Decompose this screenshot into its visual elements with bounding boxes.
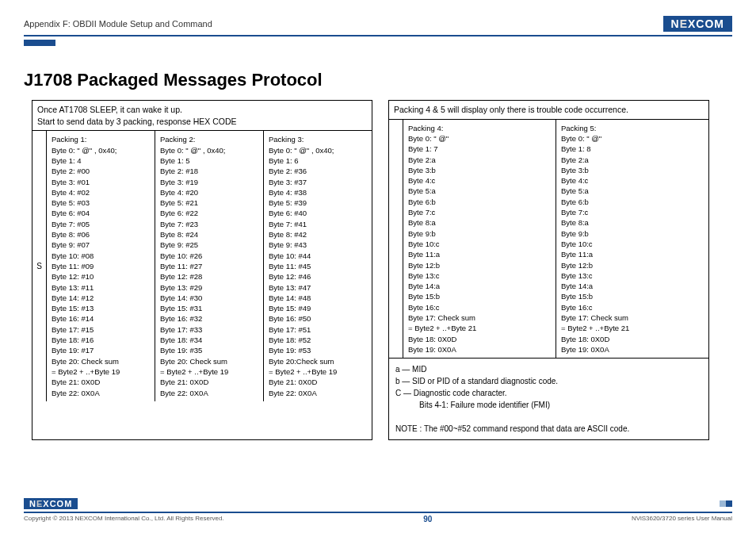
- byte-line: Byte 22: 0X0A: [160, 388, 258, 398]
- byte-line: Byte 13: #11: [52, 282, 150, 293]
- byte-line: Byte 7: #05: [52, 219, 150, 229]
- byte-line: Byte 10:c: [408, 239, 551, 249]
- byte-line: Byte 1: 6: [269, 155, 367, 166]
- byte-line: Byte 2: #18: [160, 166, 258, 176]
- byte-line: Byte 3: #37: [269, 177, 367, 187]
- byte-line: Byte 14: #12: [52, 293, 150, 303]
- packing-column: Packing 1:Byte 0: " @" , 0x40;Byte 1: 4B…: [47, 131, 155, 401]
- byte-line: Byte 3: #01: [52, 177, 150, 187]
- byte-line: Byte 16: #50: [269, 313, 367, 324]
- byte-line: Byte 2: #36: [269, 166, 367, 176]
- byte-line: Byte 8: #24: [160, 229, 258, 240]
- byte-line: Byte 5: #39: [269, 197, 367, 208]
- packing-column: Packing 4:Byte 0: " @"Byte 1: 7Byte 2:aB…: [403, 120, 556, 359]
- byte-line: Byte 17: Check sum: [408, 313, 551, 323]
- byte-line: Byte 11:a: [561, 249, 704, 259]
- byte-line: Byte 10: #26: [160, 251, 258, 261]
- byte-line: Byte 17: #33: [160, 324, 258, 335]
- footer-deco: [720, 500, 732, 508]
- byte-line: Byte 2: #00: [52, 166, 150, 176]
- byte-line: Byte 21: 0X0D: [269, 377, 367, 387]
- side-label-s: S: [32, 131, 47, 401]
- byte-line: Byte 5:a: [408, 186, 551, 196]
- block1-intro: Once AT1708 SLEEP, it can wake it up. St…: [32, 101, 372, 131]
- byte-line: Byte 1: 7: [408, 144, 551, 154]
- byte-line: Byte 2:a: [561, 155, 704, 165]
- byte-line: Byte 3: #19: [160, 177, 258, 187]
- copyright: Copyright © 2013 NEXCOM International Co…: [24, 515, 224, 523]
- byte-line: Byte 12:b: [408, 260, 551, 270]
- byte-line: Byte 0: " @" , 0x40;: [160, 145, 258, 155]
- byte-line: Byte 16:c: [408, 302, 551, 313]
- byte-line: Byte 4:c: [408, 175, 551, 186]
- content-columns: Once AT1708 SLEEP, it can wake it up. St…: [24, 100, 732, 440]
- appendix-title: Appendix F: OBDII Module Setup and Comma…: [24, 19, 212, 29]
- byte-line: Byte 9: #25: [160, 240, 258, 250]
- byte-line: Byte 6: #22: [160, 208, 258, 218]
- byte-line: Byte 18: #34: [160, 335, 258, 345]
- byte-line: Byte 7:c: [408, 207, 551, 217]
- byte-line: Byte 11:a: [408, 249, 551, 259]
- byte-line: Byte 15:b: [561, 291, 704, 301]
- byte-line: Byte 19: 0X0A: [408, 344, 551, 355]
- byte-line: Byte 1: 8: [561, 144, 704, 154]
- byte-line: Byte 16: #14: [52, 313, 150, 324]
- byte-line: Byte 2:a: [408, 155, 551, 165]
- byte-line: Byte 4: #20: [160, 187, 258, 197]
- byte-line: Byte 0: " @" , 0x40;: [52, 145, 150, 155]
- byte-line: Byte 1: 4: [52, 155, 150, 166]
- byte-line: Byte 0: " @" , 0x40;: [269, 145, 367, 155]
- packing-col-title: Packing 5:: [561, 123, 704, 133]
- byte-line: = Byte2 + ..+Byte 19: [52, 366, 150, 377]
- byte-line: Byte 19: #53: [269, 345, 367, 355]
- byte-line: = Byte2 + ..+Byte 21: [561, 323, 704, 333]
- byte-line: Byte 18: 0X0D: [561, 334, 704, 344]
- byte-line: = Byte2 + ..+Byte 21: [408, 323, 551, 333]
- byte-line: Byte 8:a: [408, 217, 551, 228]
- byte-line: Byte 15: #13: [52, 303, 150, 313]
- byte-line: = Byte2 + ..+Byte 19: [160, 366, 258, 377]
- packing-column: Packing 2:Byte 0: " @" , 0x40;Byte 1: 5B…: [155, 131, 264, 401]
- byte-line: Byte 11: #45: [269, 261, 367, 271]
- packing-col-title: Packing 2:: [160, 134, 258, 144]
- byte-line: Byte 21: 0X0D: [52, 377, 150, 387]
- byte-line: Byte 20:Check sum: [269, 356, 367, 366]
- byte-line: Byte 6: #40: [269, 208, 367, 218]
- byte-line: Byte 14: #30: [160, 293, 258, 303]
- byte-line: Byte 15: #49: [269, 303, 367, 313]
- packing-col-title: Packing 1:: [52, 134, 150, 144]
- byte-line: Byte 21: 0X0D: [160, 377, 258, 387]
- note-b: b — SID or PID of a standard diagnostic …: [395, 375, 702, 387]
- nexcom-logo: NEXCOM: [663, 16, 732, 32]
- byte-line: Byte 7: #41: [269, 219, 367, 229]
- byte-line: Byte 15: #31: [160, 303, 258, 313]
- byte-line: Byte 0: " @": [561, 133, 704, 144]
- byte-line: Byte 17: #51: [269, 324, 367, 335]
- byte-line: Byte 13: #29: [160, 282, 258, 293]
- manual-name: NViS3620/3720 series User Manual: [632, 515, 732, 523]
- byte-line: Byte 1: 5: [160, 155, 258, 166]
- byte-line: Byte 4:c: [561, 175, 704, 186]
- byte-line: Byte 8: #06: [52, 229, 150, 240]
- byte-line: Byte 14: #48: [269, 293, 367, 303]
- byte-line: Byte 16:c: [561, 302, 704, 313]
- byte-line: Byte 17: Check sum: [561, 313, 704, 323]
- note-ascii: NOTE : The #00~#52 command respond that …: [395, 423, 702, 435]
- page-title: J1708 Packaged Messages Protocol: [24, 70, 732, 90]
- byte-line: Byte 9:b: [408, 228, 551, 239]
- byte-line: Byte 12: #10: [52, 271, 150, 282]
- byte-line: Byte 5:a: [561, 186, 704, 196]
- byte-line: Byte 3:b: [561, 165, 704, 175]
- byte-line: Byte 13: #47: [269, 282, 367, 293]
- byte-line: Byte 3:b: [408, 165, 551, 175]
- byte-line: Byte 10: #44: [269, 251, 367, 261]
- byte-line: Byte 12:b: [561, 260, 704, 270]
- page-footer: NEXCOM Copyright © 2013 NEXCOM Internati…: [24, 498, 732, 523]
- byte-line: Byte 4: #02: [52, 187, 150, 197]
- packing-block-2: Packing 4 & 5 will display only there is…: [388, 100, 709, 440]
- byte-line: Byte 19: #35: [160, 345, 258, 355]
- decorative-bar: [24, 40, 55, 46]
- byte-line: Byte 19: #17: [52, 345, 150, 355]
- byte-line: Byte 12: #28: [160, 271, 258, 282]
- byte-line: Byte 8:a: [561, 217, 704, 228]
